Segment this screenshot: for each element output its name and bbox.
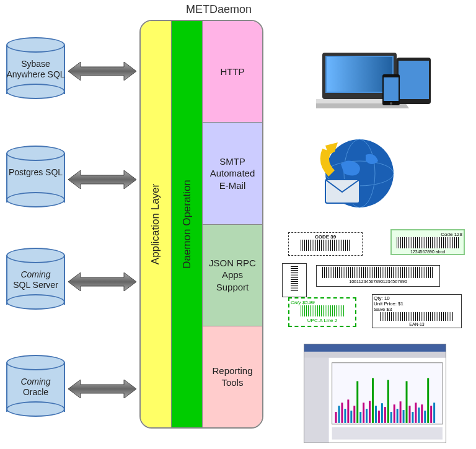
svg-rect-44 [397, 409, 399, 423]
svg-rect-56 [433, 403, 435, 423]
barcode-label: Code 128 [393, 232, 462, 237]
barcodes-image: CODE 39 Code 128 1234567890 abcd 1061123… [282, 229, 468, 328]
db-label: Sybase Anywhere SQL [6, 59, 65, 80]
db-label: ComingSQL Server [6, 269, 65, 290]
layer-label: Daemon Operation [181, 180, 193, 269]
svg-rect-49 [412, 412, 413, 423]
barcode-label: Unit Price: $1 [374, 301, 403, 307]
diagram-title: METDaemon [186, 3, 252, 16]
devices-image [316, 46, 440, 115]
db-postgres: Postgres SQL [6, 146, 65, 207]
svg-rect-35 [369, 401, 371, 423]
svg-rect-53 [424, 411, 426, 423]
barcode-label: UPC-A Line 2 [291, 318, 354, 323]
svg-rect-19 [304, 344, 446, 352]
svg-rect-55 [430, 406, 432, 423]
svg-rect-10 [399, 61, 429, 99]
svg-rect-45 [400, 401, 402, 423]
svg-rect-42 [390, 412, 392, 423]
svg-rect-36 [372, 378, 374, 423]
svg-rect-27 [344, 409, 346, 423]
svg-rect-47 [406, 381, 408, 422]
svg-rect-38 [378, 411, 380, 423]
svg-rect-48 [408, 406, 410, 423]
svg-rect-30 [353, 406, 355, 423]
barcode-label: Only $5.99 [291, 300, 354, 305]
svg-rect-41 [387, 380, 389, 422]
db-oracle: ComingOracle [6, 355, 65, 417]
svg-rect-46 [403, 410, 405, 423]
arrow-icon [68, 272, 136, 291]
module-http: HTTP [203, 21, 262, 123]
barcode-label: 1234567890 abcd [393, 250, 462, 254]
svg-rect-37 [375, 406, 377, 423]
svg-rect-51 [418, 408, 420, 423]
svg-rect-33 [363, 403, 364, 423]
svg-rect-25 [338, 406, 340, 423]
svg-rect-54 [427, 378, 429, 423]
reporting-screenshot [304, 344, 446, 443]
svg-rect-40 [384, 407, 386, 423]
application-layer: Application Layer [141, 21, 172, 427]
svg-rect-57 [332, 427, 443, 440]
main-architecture-box: Application Layer Daemon Operation HTTP … [139, 20, 263, 429]
barcode-label: Save $3 [374, 307, 392, 312]
svg-rect-26 [341, 403, 343, 423]
svg-marker-0 [68, 62, 136, 81]
module-json: JSON RPC Apps Support [203, 225, 262, 326]
daemon-operation-layer: Daemon Operation [172, 21, 203, 427]
email-globe-image [310, 133, 403, 214]
db-label: ComingOracle [6, 377, 65, 398]
svg-rect-50 [415, 403, 416, 423]
arrow-icon [68, 380, 136, 398]
module-reporting: Reporting Tools [203, 326, 262, 427]
module-smtp: SMTP Automated E-Mail [203, 123, 262, 224]
barcode-label: Qty: 10 [374, 295, 390, 301]
svg-rect-43 [394, 404, 395, 423]
svg-marker-1 [68, 170, 136, 189]
layer-label: Application Layer [150, 184, 162, 264]
svg-rect-21 [304, 358, 329, 443]
svg-marker-3 [68, 380, 136, 398]
svg-rect-39 [381, 403, 383, 423]
svg-rect-12 [384, 77, 399, 101]
db-sybase: Sybase Anywhere SQL [6, 37, 65, 99]
svg-rect-24 [335, 412, 337, 423]
arrow-icon [68, 62, 136, 81]
barcode-label: CODE 39 [290, 234, 361, 240]
svg-point-13 [390, 102, 392, 105]
barcode-label: EAN-13 [374, 322, 460, 326]
svg-rect-52 [421, 404, 423, 423]
db-label: Postgres SQL [6, 167, 65, 178]
svg-marker-2 [68, 272, 136, 291]
svg-rect-31 [356, 381, 358, 422]
svg-rect-34 [366, 409, 368, 423]
svg-rect-32 [359, 412, 361, 423]
modules-column: HTTP SMTP Automated E-Mail JSON RPC Apps… [203, 21, 262, 427]
svg-rect-28 [347, 399, 349, 423]
svg-rect-29 [350, 411, 352, 423]
arrow-icon [68, 170, 136, 189]
svg-rect-20 [304, 352, 446, 358]
db-sqlserver: ComingSQL Server [6, 248, 65, 310]
